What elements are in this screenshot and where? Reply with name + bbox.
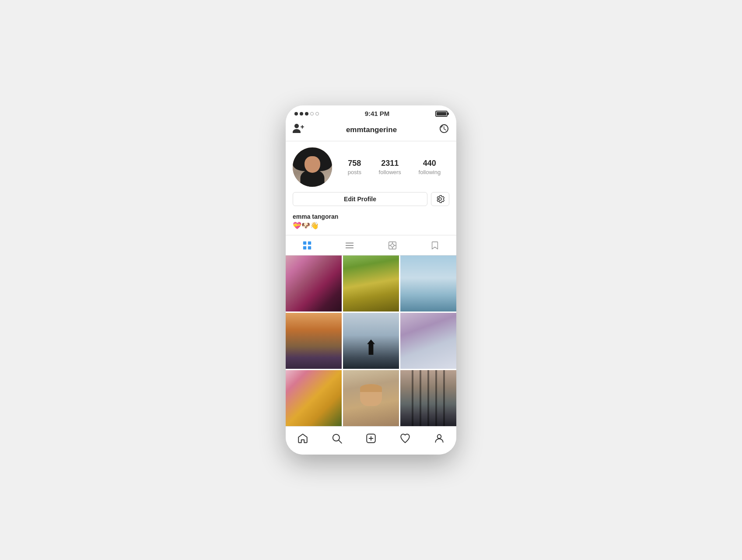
following-stat[interactable]: 440 following: [419, 159, 441, 176]
battery-fill: [437, 112, 446, 116]
grid-photo-2[interactable]: [343, 256, 399, 312]
signal-dot-1: [294, 112, 298, 116]
bottom-nav: [286, 426, 456, 455]
followers-label: followers: [379, 169, 401, 175]
grid-tab[interactable]: [301, 240, 312, 251]
saved-tab[interactable]: [430, 240, 441, 251]
edit-profile-row: Edit Profile: [293, 192, 449, 206]
signal-dot-3: [305, 112, 308, 116]
history-icon[interactable]: [439, 123, 449, 136]
grid-photo-3[interactable]: [400, 256, 456, 312]
svg-line-14: [339, 440, 342, 443]
grid-photo-1[interactable]: [286, 256, 342, 312]
search-nav-button[interactable]: [326, 431, 347, 446]
status-time: 9:41 PM: [365, 110, 390, 117]
nav-bar: emmtangerine: [286, 120, 456, 141]
phone-frame: 9:41 PM emmtangerine: [286, 105, 456, 455]
bio-section: emma tangoran 💝🐶👋: [286, 210, 456, 235]
edit-profile-button[interactable]: Edit Profile: [293, 192, 427, 206]
tagged-tab[interactable]: [387, 240, 398, 251]
profile-section: 758 posts 2311 followers 440 following E…: [286, 141, 456, 210]
new-post-nav-button[interactable]: [360, 431, 382, 446]
grid-photo-9[interactable]: [400, 370, 456, 426]
add-user-icon[interactable]: [293, 124, 304, 136]
bio-name: emma tangoran: [293, 213, 449, 220]
list-tab[interactable]: [344, 240, 355, 251]
status-bar: 9:41 PM: [286, 105, 456, 120]
grid-photo-7[interactable]: [286, 370, 342, 426]
svg-rect-3: [308, 246, 311, 249]
grid-photo-4[interactable]: [286, 313, 342, 369]
profile-username: emmtangerine: [346, 126, 397, 134]
photo-grid: [286, 256, 456, 426]
followers-stat[interactable]: 2311 followers: [379, 159, 401, 176]
signal-dots: [294, 112, 319, 116]
posts-count: 758: [348, 159, 361, 168]
posts-stat[interactable]: 758 posts: [348, 159, 361, 176]
likes-nav-button[interactable]: [395, 431, 416, 446]
avatar-image: [293, 147, 332, 187]
bio-emojis: 💝🐶👋: [293, 221, 449, 230]
battery-icon: [435, 111, 448, 117]
tab-icons-bar: [286, 235, 456, 256]
home-nav-button[interactable]: [292, 431, 313, 446]
settings-button[interactable]: [431, 192, 449, 206]
avatar[interactable]: [293, 147, 332, 187]
following-label: following: [419, 169, 441, 175]
stats-row: 758 posts 2311 followers 440 following: [339, 159, 449, 176]
posts-label: posts: [348, 169, 361, 175]
grid-photo-6[interactable]: [400, 313, 456, 369]
signal-dot-2: [300, 112, 303, 116]
svg-rect-2: [303, 246, 306, 249]
signal-dot-5: [315, 112, 319, 116]
svg-rect-0: [303, 241, 306, 244]
profile-info-row: 758 posts 2311 followers 440 following: [293, 147, 449, 187]
svg-point-18: [438, 434, 441, 438]
grid-photo-5[interactable]: [343, 313, 399, 369]
following-count: 440: [423, 159, 436, 168]
svg-point-8: [391, 244, 394, 247]
signal-dot-4: [310, 112, 314, 116]
svg-rect-1: [308, 241, 311, 244]
grid-photo-8[interactable]: [343, 370, 399, 426]
profile-nav-button[interactable]: [429, 431, 450, 446]
followers-count: 2311: [381, 159, 399, 168]
